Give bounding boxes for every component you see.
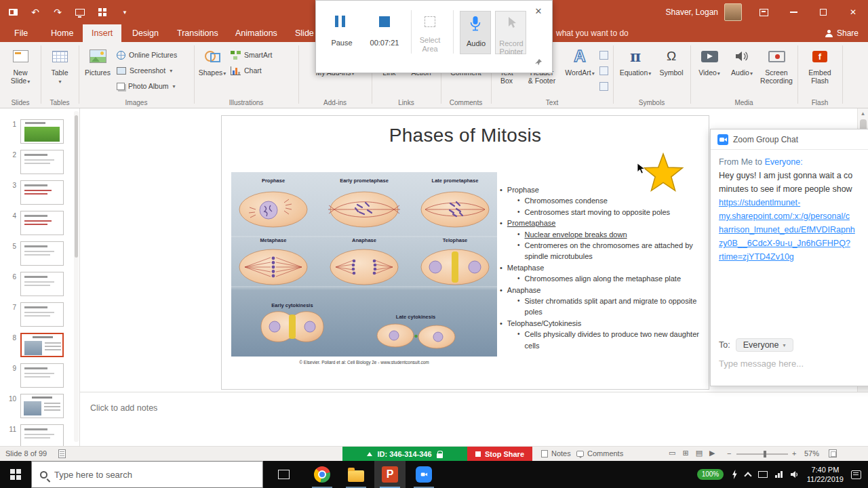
volume-icon[interactable] — [790, 470, 800, 479]
account-chip[interactable]: Shaver, Logan — [666, 0, 742, 24]
slide-thumbnail-8-selected[interactable]: 8 — [0, 333, 80, 360]
close-recorder-icon[interactable]: ✕ — [533, 6, 544, 16]
touch-mode-icon[interactable] — [96, 6, 108, 18]
slide-thumbnail-3[interactable]: 3 — [0, 180, 80, 207]
avatar[interactable] — [724, 3, 742, 21]
tell-me-box[interactable]: what you want to do — [556, 24, 629, 42]
zoom-in-button[interactable]: + — [792, 449, 796, 458]
record-pointer-button[interactable]: Record Pointer — [495, 11, 526, 54]
task-view-button[interactable] — [269, 461, 298, 488]
slide-thumbnail-11[interactable]: 11 — [0, 424, 80, 446]
online-pictures-button[interactable]: Online Pictures — [117, 48, 177, 62]
slide-thumbnail-1[interactable]: 1 — [0, 119, 80, 146]
pin-toolbar-icon[interactable] — [534, 58, 542, 68]
slide-thumbnail-6[interactable]: 6 — [0, 272, 80, 299]
slide-thumbnail-7[interactable]: 7 — [0, 302, 80, 329]
notes-placeholder[interactable]: Click to add notes — [90, 403, 157, 413]
taskbar-search-input[interactable]: Type here to search — [31, 461, 263, 488]
stop-share-button[interactable]: Stop Share — [467, 447, 532, 462]
notes-toggle-button[interactable]: Notes — [541, 449, 571, 458]
audio-button[interactable]: Audio▾ — [727, 44, 757, 78]
start-slideshow-icon[interactable] — [74, 6, 86, 18]
screen-recording-button[interactable]: Screen Recording — [758, 44, 795, 85]
equation-button[interactable]: π Equation▾ — [616, 44, 655, 78]
photo-album-button[interactable]: Photo Album ▾ — [117, 79, 176, 93]
start-button[interactable] — [0, 461, 31, 488]
network-icon[interactable] — [775, 471, 783, 478]
chat-header[interactable]: Zoom Group Chat — [711, 129, 868, 150]
display-tray-icon[interactable] — [758, 471, 768, 478]
slideshow-view-icon[interactable]: ▶ — [709, 449, 715, 458]
chat-link[interactable]: https://studentlmunet- — [719, 196, 868, 209]
new-slide-button[interactable]: New Slide▾ — [5, 44, 35, 86]
maximize-button[interactable] — [808, 0, 838, 24]
slide-thumbnail-10[interactable]: 10 — [0, 394, 80, 421]
slide-canvas[interactable]: Phases of Mitosis — [221, 115, 709, 390]
tab-home[interactable]: Home — [42, 24, 82, 42]
pictures-button[interactable]: Pictures — [81, 44, 114, 77]
scroll-up-icon[interactable]: ▴ — [858, 108, 868, 118]
chat-link[interactable]: rtime=zjYTD4Zv10g — [719, 250, 868, 264]
slide-thumbnail-4[interactable]: 4 — [0, 211, 80, 238]
tab-transitions[interactable]: Transitions — [168, 24, 227, 42]
share-button[interactable]: Share — [825, 24, 859, 42]
reading-view-icon[interactable]: ▤ — [696, 449, 703, 458]
shapes-button[interactable]: Shapes▾ — [197, 44, 228, 78]
normal-view-icon[interactable]: ▭ — [669, 449, 675, 458]
comments-toggle-button[interactable]: Comments — [576, 449, 623, 458]
zoom-taskbar-button[interactable] — [408, 461, 439, 488]
embed-flash-button[interactable]: f Embed Flash — [800, 44, 840, 85]
chart-button[interactable]: Chart — [231, 64, 262, 77]
file-explorer-taskbar-button[interactable] — [340, 461, 372, 488]
customize-qat-icon[interactable]: ▾ — [119, 6, 131, 18]
pause-button[interactable]: Pause — [318, 39, 366, 47]
thumbnail-scrollbar[interactable] — [74, 111, 79, 442]
chrome-taskbar-button[interactable] — [307, 461, 338, 488]
tab-file[interactable]: File — [5, 24, 37, 42]
wordart-button[interactable]: A WordArt▾ — [563, 44, 597, 78]
slide-thumbnail-2[interactable]: 2 — [0, 150, 80, 177]
screenshot-button[interactable]: Screenshot ▾ — [117, 64, 172, 77]
mitosis-figure-image[interactable]: Prophase Early prometaphase Late prometa… — [231, 172, 497, 357]
spellcheck-icon[interactable] — [58, 449, 66, 458]
action-center-icon[interactable] — [851, 470, 861, 479]
taskbar-clock[interactable]: 7:40 PM 11/22/2019 — [807, 465, 844, 484]
video-button[interactable]: Video▾ — [694, 44, 724, 78]
minimize-button[interactable] — [778, 0, 808, 24]
chat-link[interactable]: my.sharepoint.com/:x:/g/personal/c — [719, 209, 868, 223]
slide-thumbnail-5[interactable]: 5 — [0, 241, 80, 268]
zoom-out-button[interactable]: − — [727, 449, 731, 458]
zoom-slider-thumb[interactable] — [764, 451, 766, 458]
powerpoint-taskbar-button[interactable]: P — [374, 461, 406, 488]
close-button[interactable]: ✕ — [838, 0, 868, 24]
tray-expand-icon[interactable] — [745, 472, 752, 479]
table-button[interactable]: Table ▾ — [46, 44, 73, 86]
object-button[interactable] — [599, 79, 608, 93]
notes-pane[interactable]: Click to add notes — [80, 392, 868, 446]
star-shape[interactable] — [641, 152, 686, 194]
stop-icon[interactable] — [379, 16, 390, 27]
date-time-button[interactable] — [599, 48, 608, 62]
tab-design[interactable]: Design — [123, 24, 167, 42]
slide-bullet-text[interactable]: Prophase Chromosomes condense Centrosome… — [500, 184, 713, 351]
chat-recipient-dropdown[interactable]: Everyone ▾ — [736, 338, 793, 352]
tab-insert[interactable]: Insert — [83, 24, 121, 42]
chat-link[interactable]: zy0B__6CdcX-9u-u_Jn6hGFHPQ? — [719, 237, 868, 250]
chat-link[interactable]: harrison_lmunet_edu/EfMVDIRapnh — [719, 223, 868, 237]
slide-title[interactable]: Phases of Mitosis — [222, 125, 709, 146]
chat-message-input[interactable]: Type message here... — [719, 359, 804, 369]
chat-message-list[interactable]: From Me to Everyone: Hey guys! I am just… — [711, 150, 868, 269]
battery-indicator[interactable]: 100% — [697, 469, 724, 480]
ribbon-display-options-button[interactable] — [749, 0, 778, 24]
undo-icon[interactable]: ↶ — [29, 6, 41, 18]
slide-thumbnail-9[interactable]: 9 — [0, 363, 80, 390]
zoom-meeting-id-bar[interactable]: ID: 346-314-346 — [342, 447, 467, 462]
audio-toggle-button[interactable]: Audio — [460, 11, 491, 54]
slide-number-button[interactable] — [599, 64, 608, 77]
zoom-level[interactable]: 57% — [804, 449, 819, 458]
redo-icon[interactable]: ↷ — [52, 6, 64, 18]
symbol-button[interactable]: Ω Symbol — [656, 44, 686, 77]
fit-to-window-icon[interactable] — [829, 449, 837, 458]
tab-animations[interactable]: Animations — [226, 24, 286, 42]
smartart-button[interactable]: SmartArt — [231, 48, 272, 62]
